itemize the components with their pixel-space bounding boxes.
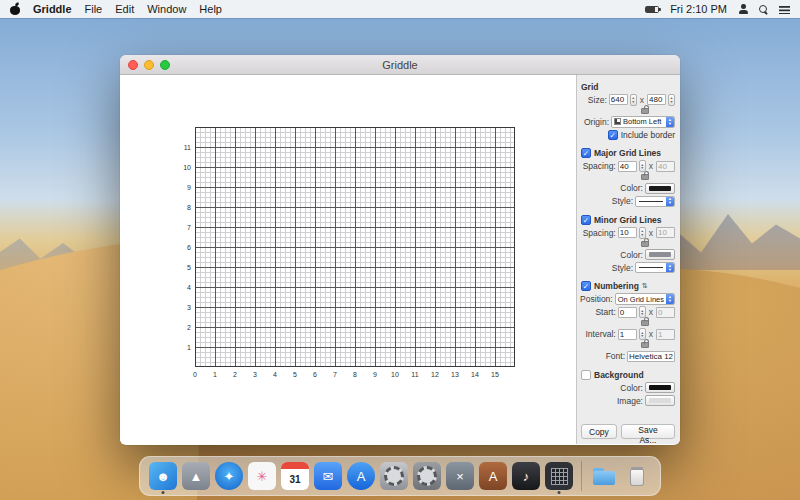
- svg-text:1: 1: [213, 371, 217, 378]
- menu-window[interactable]: Window: [147, 3, 186, 15]
- size-width-stepper[interactable]: [630, 94, 637, 106]
- major-color-label: Color:: [620, 183, 643, 193]
- numbering-updown-icon[interactable]: ⇅: [642, 282, 648, 290]
- dock-item-safari[interactable]: ✦: [215, 462, 243, 490]
- dock-item-developer-tools[interactable]: ×: [446, 462, 474, 490]
- minor-color-label: Color:: [620, 250, 643, 260]
- user-icon[interactable]: [738, 4, 748, 14]
- dock-separator: [581, 461, 582, 491]
- dock-item-utilities[interactable]: [413, 462, 441, 490]
- minor-spacing-stepper[interactable]: [639, 227, 646, 239]
- svg-text:15: 15: [491, 371, 499, 378]
- size-width-field[interactable]: [609, 94, 628, 105]
- numbering-checkbox[interactable]: [581, 281, 591, 291]
- grid-preview: 01234567891011121314151234567891011: [175, 123, 523, 382]
- minor-spacing-lock-icon[interactable]: [641, 241, 649, 247]
- major-spacing-label: Spacing:: [583, 161, 616, 171]
- svg-text:10: 10: [391, 371, 399, 378]
- minor-style-popup[interactable]: [635, 262, 675, 273]
- svg-text:10: 10: [183, 164, 191, 171]
- menu-help[interactable]: Help: [199, 3, 222, 15]
- dock-item-dictionary[interactable]: A: [479, 462, 507, 490]
- window-titlebar[interactable]: Griddle: [120, 55, 680, 75]
- zoom-button[interactable]: [160, 60, 170, 70]
- major-spacing-lock-icon[interactable]: [641, 174, 649, 180]
- numbering-start-x-separator: x: [649, 307, 653, 317]
- calendar-icon: 31: [289, 474, 300, 485]
- major-style-popup[interactable]: [635, 196, 675, 207]
- save-as-button[interactable]: Save As...: [621, 424, 675, 439]
- svg-text:2: 2: [233, 371, 237, 378]
- minimize-button[interactable]: [144, 60, 154, 70]
- close-button[interactable]: [128, 60, 138, 70]
- dock-item-calendar[interactable]: 31: [281, 462, 309, 490]
- numbering-font-field[interactable]: [627, 351, 675, 362]
- svg-text:11: 11: [411, 371, 418, 378]
- dock-item-griddle[interactable]: [545, 462, 573, 490]
- spotlight-search-icon[interactable]: [759, 5, 768, 14]
- numbering-start-label: Start:: [595, 307, 615, 317]
- numbering-start-x-field[interactable]: [618, 307, 637, 318]
- major-spacing-y-field: [656, 161, 675, 172]
- background-image-well[interactable]: [645, 395, 675, 406]
- dock-item-finder[interactable]: ☻: [149, 462, 177, 490]
- dock-item-trash[interactable]: [623, 462, 651, 490]
- size-height-field[interactable]: [647, 94, 666, 105]
- developer-tools-icon: ×: [456, 469, 464, 484]
- popup-arrows-icon: [666, 197, 674, 206]
- photos-icon: ✳: [257, 469, 268, 484]
- major-x-separator: x: [649, 161, 653, 171]
- dock: ☻▲✦✳31✉A×A♪: [139, 456, 661, 496]
- dock-item-app-store[interactable]: A: [347, 462, 375, 490]
- dock-item-audio-app[interactable]: ♪: [512, 462, 540, 490]
- size-height-stepper[interactable]: [668, 94, 675, 106]
- dock-item-photos[interactable]: ✳: [248, 462, 276, 490]
- numbering-interval-x-field[interactable]: [618, 329, 637, 340]
- major-style-label: Style:: [612, 196, 633, 206]
- background-checkbox[interactable]: [581, 370, 591, 380]
- dock-item-system-preferences[interactable]: [380, 462, 408, 490]
- battery-icon[interactable]: [645, 6, 659, 13]
- svg-text:0: 0: [193, 371, 197, 378]
- major-color-well[interactable]: [645, 183, 675, 194]
- major-spacing-x-field[interactable]: [618, 161, 637, 172]
- minor-color-well[interactable]: [645, 249, 675, 260]
- numbering-start-lock-icon[interactable]: [641, 320, 649, 326]
- include-border-checkbox[interactable]: [608, 130, 618, 140]
- numbering-position-value: On Grid Lines: [618, 295, 664, 304]
- size-x-separator: x: [640, 95, 644, 105]
- copy-button[interactable]: Copy: [581, 424, 617, 439]
- finder-icon: ☻: [156, 469, 170, 484]
- notification-center-icon[interactable]: [779, 5, 790, 14]
- svg-text:9: 9: [373, 371, 377, 378]
- grid-section-title: Grid: [581, 82, 598, 92]
- background-color-well[interactable]: [645, 382, 675, 393]
- menu-edit[interactable]: Edit: [115, 3, 134, 15]
- app-menu[interactable]: Griddle: [33, 3, 72, 15]
- numbering-position-popup[interactable]: On Grid Lines: [615, 293, 675, 305]
- menu-file[interactable]: File: [85, 3, 103, 15]
- menu-bar-clock[interactable]: Fri 2:10 PM: [670, 3, 727, 15]
- numbering-interval-label: Interval:: [586, 329, 616, 339]
- inspector-panel: Grid Size: x Origin: Bottom Left: [576, 75, 680, 444]
- size-link-lock-icon[interactable]: [641, 108, 649, 114]
- minor-grid-lines-checkbox[interactable]: [581, 215, 591, 225]
- dock-item-downloads-folder[interactable]: [590, 462, 618, 490]
- background-color-label: Color:: [620, 383, 643, 393]
- apple-menu-icon[interactable]: [10, 4, 20, 15]
- svg-text:7: 7: [333, 371, 337, 378]
- numbering-font-label: Font:: [606, 351, 625, 361]
- minor-x-separator: x: [649, 228, 653, 238]
- svg-text:3: 3: [253, 371, 257, 378]
- svg-text:13: 13: [451, 371, 459, 378]
- origin-popup[interactable]: Bottom Left: [611, 116, 675, 128]
- dock-item-mail[interactable]: ✉: [314, 462, 342, 490]
- numbering-start-y-field: [656, 307, 675, 318]
- minor-grid-lines-title: Minor Grid Lines: [594, 215, 662, 225]
- numbering-interval-lock-icon[interactable]: [641, 342, 649, 348]
- minor-spacing-x-field[interactable]: [618, 227, 637, 238]
- major-grid-lines-checkbox[interactable]: [581, 148, 591, 158]
- svg-text:8: 8: [187, 204, 191, 211]
- svg-text:4: 4: [273, 371, 277, 378]
- dock-item-launchpad[interactable]: ▲: [182, 462, 210, 490]
